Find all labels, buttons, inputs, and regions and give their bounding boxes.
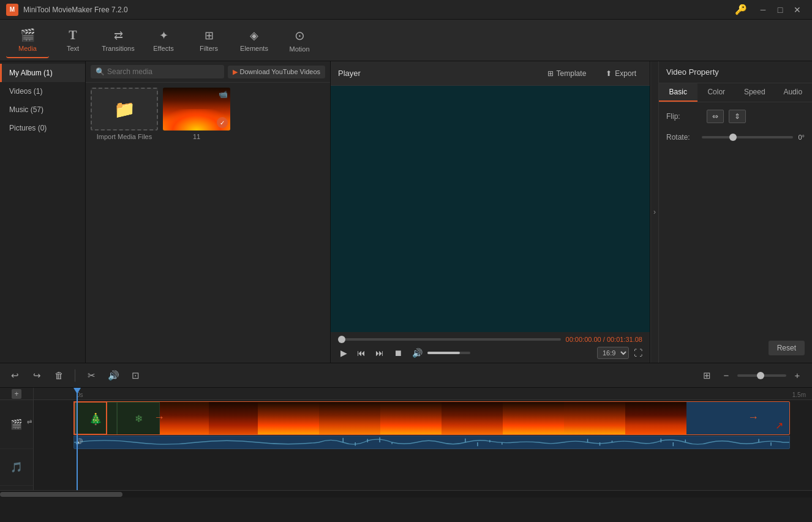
waveform-svg xyxy=(74,436,789,448)
video-track-expand[interactable]: ⇄ xyxy=(27,418,32,425)
play-button[interactable]: ▶ xyxy=(338,347,350,359)
video-track: 1.5m 🎄 ❄ xyxy=(34,401,812,450)
search-input[interactable] xyxy=(107,67,219,76)
export-button[interactable]: ⬆ Export xyxy=(600,67,642,80)
crop-button[interactable]: ⊡ xyxy=(127,367,144,384)
maximize-button[interactable]: □ xyxy=(772,1,789,18)
toolbar-item-elements[interactable]: ◈ Elements xyxy=(233,23,276,58)
scroll-thumb[interactable] xyxy=(0,492,122,497)
text-icon: T xyxy=(69,28,77,42)
tab-color[interactable]: Color xyxy=(697,83,736,102)
timeline-scrollbar[interactable] xyxy=(0,490,812,497)
clip-frame-3 xyxy=(160,402,209,435)
check-badge: ✓ xyxy=(217,117,228,128)
tab-audio[interactable]: Audio xyxy=(774,83,813,102)
search-box[interactable]: 🔍 xyxy=(91,65,224,78)
rotate-row: Rotate: 0° xyxy=(666,133,805,142)
reset-button[interactable]: Reset xyxy=(769,341,805,355)
aspect-ratio-select[interactable]: 16:9 4:3 1:1 9:16 xyxy=(597,347,629,359)
toolbar-item-filters[interactable]: ⊞ Filters xyxy=(187,23,230,58)
video-clip[interactable]: 🎄 ❄ ↗ xyxy=(73,401,790,435)
app-icon: M xyxy=(6,4,18,16)
zoom-fit-button[interactable]: ⊞ xyxy=(698,367,715,384)
video-media-item[interactable]: 📹 ✓ 11 xyxy=(163,88,230,140)
time-marker-end: 1.5m xyxy=(792,392,806,398)
properties-tabs: Basic Color Speed Audio xyxy=(659,83,812,102)
timeline-labels: + 🎬 ⇄ 🎵 xyxy=(0,388,34,490)
clip-frame-4 xyxy=(209,402,258,435)
video-track-icon: 🎬 xyxy=(10,418,23,430)
panel-collapse-arrow[interactable]: › xyxy=(650,61,659,363)
template-icon: ⊞ xyxy=(547,69,554,78)
toolbar-item-media[interactable]: 🎬 Media xyxy=(6,23,49,58)
volume-button[interactable]: 🔊 xyxy=(410,347,425,359)
zoom-dot[interactable] xyxy=(757,372,764,379)
clip-selection-box[interactable] xyxy=(73,401,107,435)
undo-button[interactable]: ↩ xyxy=(6,367,23,384)
playhead-head xyxy=(73,388,81,394)
rotate-track[interactable] xyxy=(702,136,793,138)
toolbar-item-motion[interactable]: ⊙ Motion xyxy=(278,23,321,58)
sidebar-item-music[interactable]: Music (57) xyxy=(0,100,85,119)
cut-button[interactable]: ✂ xyxy=(83,367,100,384)
video-thumb: 📹 ✓ xyxy=(163,88,230,130)
red-arrow-right: → xyxy=(748,411,759,424)
progress-track[interactable] xyxy=(338,338,561,341)
player-header: Player ⊞ Template ⬆ Export xyxy=(331,61,650,86)
audio-waveform-on-video: 🔊 xyxy=(73,436,790,449)
properties-panel: Video Property Basic Color Speed Audio F… xyxy=(659,61,812,363)
transitions-icon: ⇄ xyxy=(114,29,123,42)
filters-icon: ⊞ xyxy=(205,29,214,42)
folder-icon: 📁 xyxy=(114,99,135,119)
export-icon: ⬆ xyxy=(606,69,612,78)
add-track-label: + xyxy=(0,388,33,400)
tab-basic[interactable]: Basic xyxy=(659,83,697,102)
key-icon: 🔑 xyxy=(735,4,747,15)
separator-1 xyxy=(75,369,75,382)
timeline-toolbar: ↩ ↪ 🗑 ✂ 🔊 ⊡ ⊞ − + xyxy=(0,363,812,388)
audio-detach-button[interactable]: 🔊 xyxy=(105,367,122,384)
flip-horizontal-button[interactable]: ⇔ xyxy=(707,110,724,123)
volume-track[interactable] xyxy=(427,352,470,354)
zoom-out-button[interactable]: − xyxy=(718,367,735,384)
red-arrow-left: → xyxy=(154,411,165,424)
zoom-in-button[interactable]: + xyxy=(789,367,806,384)
import-media-item[interactable]: 📁 Import Media Files xyxy=(91,88,158,140)
minimize-button[interactable]: ─ xyxy=(754,1,772,18)
time-display: 00:00:00.00 / 00:01:31.08 xyxy=(566,336,642,343)
next-frame-button[interactable]: ⏭ xyxy=(373,347,386,359)
fullscreen-button[interactable]: ⛶ xyxy=(634,348,642,358)
player-timeline: 00:00:00.00 / 00:01:31.08 xyxy=(338,336,642,343)
toolbar-item-transitions[interactable]: ⇄ Transitions xyxy=(97,23,140,58)
youtube-icon: ▶ xyxy=(233,68,238,76)
video-canvas xyxy=(331,86,650,332)
elements-icon: ◈ xyxy=(250,29,258,42)
stop-button[interactable]: ⏹ xyxy=(391,347,405,359)
clip-frame-7 xyxy=(380,402,442,435)
delete-button[interactable]: 🗑 xyxy=(50,367,67,384)
toolbar-item-text[interactable]: T Text xyxy=(51,23,94,58)
add-track-button[interactable]: + xyxy=(12,389,21,399)
player-title: Player xyxy=(338,69,534,78)
music-track-label: 🎵 xyxy=(0,449,33,486)
clip-frame-5 xyxy=(258,402,319,435)
playhead[interactable] xyxy=(77,388,78,490)
zoom-track[interactable] xyxy=(737,374,786,377)
tab-speed[interactable]: Speed xyxy=(735,83,774,102)
sidebar-item-pictures[interactable]: Pictures (0) xyxy=(0,119,85,137)
sidebar-item-album[interactable]: My Album (1) xyxy=(0,64,85,82)
flip-vertical-button[interactable]: ⇕ xyxy=(729,110,746,123)
sidebar-item-videos[interactable]: Videos (1) xyxy=(0,82,85,100)
volume-fill xyxy=(427,352,460,354)
control-buttons: ▶ ⏮ ⏭ ⏹ 🔊 16:9 4:3 1:1 9:16 ⛶ xyxy=(338,347,642,359)
previous-frame-button[interactable]: ⏮ xyxy=(355,347,368,359)
template-button[interactable]: ⊞ Template xyxy=(541,67,593,80)
toolbar-item-effects[interactable]: ✦ Effects xyxy=(142,23,185,58)
close-button[interactable]: ✕ xyxy=(789,1,806,18)
progress-dot[interactable] xyxy=(338,336,345,343)
video-track-label: 🎬 ⇄ xyxy=(0,400,33,449)
rotate-dot[interactable] xyxy=(729,134,737,141)
player-panel: Player ⊞ Template ⬆ Export 00:00:00.00 /… xyxy=(331,61,650,363)
download-youtube-button[interactable]: ▶ Download YouTube Videos xyxy=(228,66,326,78)
redo-button[interactable]: ↪ xyxy=(28,367,45,384)
